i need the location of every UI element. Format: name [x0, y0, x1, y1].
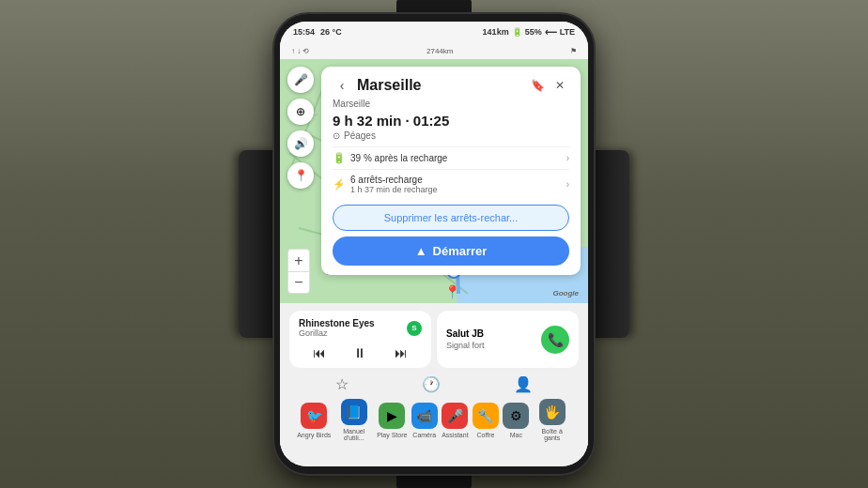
battery-row-left: 🔋 39 % après la recharge — [333, 152, 447, 164]
stops-row-sublabel: 1 h 37 min de recharge — [350, 185, 438, 194]
stops-row-text: 6 arrêts-recharge 1 h 37 min de recharge — [350, 175, 438, 194]
coffre-label: Coffre — [476, 432, 494, 438]
phone-mount: 15:54 26 °C 141km 🔋 55% ⟵ LTE ↑ ↓ ⟲ 2744… — [274, 14, 594, 474]
map-left-icons: 🎤 ⊕ 🔊 📍 — [287, 67, 314, 189]
nav-arrows: ⟵ — [545, 27, 557, 37]
clock-icon[interactable]: 🕐 — [422, 375, 441, 393]
info-card-header: ‹ Marseille 🔖 ✕ — [333, 76, 569, 95]
angry-birds-action[interactable]: 🐦 Angry Birds — [297, 403, 331, 438]
angry-birds-label: Angry Birds — [297, 432, 331, 438]
network-lte: LTE — [560, 27, 575, 37]
stops-row-label: 6 arrêts-recharge — [350, 175, 438, 185]
secondary-actions-row: ☆ 🕐 👤 — [280, 374, 588, 395]
top-info-bar: ↑ ↓ ⟲ 2744km ⚑ — [280, 42, 588, 59]
angry-birds-icon: 🐦 — [301, 403, 327, 429]
back-button[interactable]: ‹ — [333, 76, 351, 95]
zoom-in-button[interactable]: + — [287, 249, 310, 271]
battery-row-icon: 🔋 — [333, 152, 346, 164]
nav-arrow-icon: ↑ ↓ ⟲ — [291, 47, 309, 55]
camera-action[interactable]: 📹 Caméra — [411, 403, 438, 438]
stops-info-row[interactable]: ⚡ 6 arrêts-recharge 1 h 37 min de rechar… — [333, 169, 569, 199]
call-button[interactable]: 📞 — [541, 326, 569, 354]
battery-icon: 🔋 — [512, 27, 522, 37]
play-store-label: Play Store — [377, 432, 407, 438]
book-icon: 📘 — [341, 399, 367, 425]
start-label: Démarrer — [433, 244, 488, 258]
book-label: Manuel d'utili... — [335, 428, 373, 441]
volume-icon[interactable]: 🔊 — [287, 130, 314, 157]
google-watermark: Google — [552, 289, 579, 297]
flag-icon: ⚑ — [570, 47, 577, 55]
stops-row-icon: ⚡ — [333, 178, 346, 191]
bottom-area: Rhinestone Eyes Gorillaz S ⏮ ⏸ ⏭ — [280, 303, 588, 466]
battery-row-label: 39 % après la recharge — [350, 153, 447, 163]
status-right: 141km 🔋 55% ⟵ LTE — [483, 27, 575, 37]
call-card: Salut JB Signal fort 📞 — [437, 311, 579, 368]
status-time: 15:54 — [293, 27, 315, 37]
status-temp: 26 °C — [320, 27, 342, 37]
book-action[interactable]: 📘 Manuel d'utili... — [335, 399, 373, 441]
mac-action[interactable]: ⚙ Mac — [503, 403, 529, 438]
camera-icon: 📹 — [411, 403, 438, 429]
route-duration: 9 h 32 min · 01:25 — [333, 113, 569, 129]
media-info: Rhinestone Eyes Gorillaz — [299, 318, 375, 338]
media-title: Rhinestone Eyes — [299, 318, 375, 328]
info-card: ‹ Marseille 🔖 ✕ Marseille 9 h 32 min · 0… — [321, 67, 581, 275]
location-icon[interactable]: 📍 — [287, 162, 314, 189]
zoom-out-button[interactable]: − — [287, 271, 310, 294]
status-left: 15:54 26 °C — [293, 27, 342, 37]
stops-row-arrow: › — [566, 179, 569, 190]
call-status: Signal fort — [446, 341, 485, 350]
start-navigation-button[interactable]: ▲ Démarrer — [333, 236, 569, 266]
status-distance-left: 141km — [483, 27, 509, 37]
next-button[interactable]: ⏭ — [395, 345, 408, 360]
card-header-icons: 🔖 ✕ — [528, 76, 569, 95]
play-pause-button[interactable]: ⏸ — [353, 345, 366, 360]
person-icon[interactable]: 👤 — [514, 375, 533, 393]
play-store-icon: ▶ — [379, 403, 405, 429]
microphone-icon[interactable]: 🎤 — [287, 67, 314, 93]
spotify-icon: S — [407, 321, 422, 336]
call-name: Salut JB — [446, 328, 485, 339]
phone-frame: 15:54 26 °C 141km 🔋 55% ⟵ LTE ↑ ↓ ⟲ 2744… — [274, 14, 594, 474]
prev-button[interactable]: ⏮ — [313, 345, 326, 360]
play-store-action[interactable]: ▶ Play Store — [377, 403, 407, 438]
mount-right-clip — [590, 150, 629, 338]
assistant-icon: 🎤 — [442, 403, 468, 429]
destination-pin: 📍 — [444, 284, 460, 299]
status-bar: 15:54 26 °C 141km 🔋 55% ⟵ LTE — [280, 22, 588, 42]
camera-label: Caméra — [412, 432, 436, 438]
stops-row-left: ⚡ 6 arrêts-recharge 1 h 37 min de rechar… — [333, 175, 438, 194]
mac-icon: ⚙ — [503, 403, 529, 429]
start-icon: ▲ — [415, 244, 427, 258]
gants-action[interactable]: 🖐 Boîte à gants — [534, 399, 571, 441]
layers-icon[interactable]: ⊕ — [287, 99, 314, 125]
quick-actions-row: 🐦 Angry Birds 📘 Manuel d'utili... ▶ Play… — [280, 395, 588, 445]
star-icon[interactable]: ☆ — [335, 375, 349, 393]
tolls-label: ⊙ Péages — [333, 130, 569, 141]
destination-name: Marseille — [357, 77, 522, 94]
battery-row-arrow: › — [566, 153, 569, 163]
battery-percent: 55% — [525, 27, 542, 37]
bookmark-button[interactable]: 🔖 — [528, 76, 547, 95]
gants-label: Boîte à gants — [534, 428, 571, 441]
assistant-label: Assistant — [442, 432, 468, 438]
close-button[interactable]: ✕ — [550, 76, 569, 95]
media-card: Rhinestone Eyes Gorillaz S ⏮ ⏸ ⏭ — [289, 311, 431, 368]
media-card-top: Rhinestone Eyes Gorillaz S — [299, 318, 422, 338]
assistant-action[interactable]: 🎤 Assistant — [442, 403, 468, 438]
total-distance: 2744km — [426, 47, 453, 55]
coffre-icon: 🔧 — [473, 403, 499, 429]
coffre-action[interactable]: 🔧 Coffre — [473, 403, 499, 438]
gants-icon: 🖐 — [539, 399, 566, 425]
mount-left-clip — [239, 150, 278, 338]
battery-info-row[interactable]: 🔋 39 % après la recharge › — [333, 146, 569, 169]
toll-icon: ⊙ — [333, 130, 340, 141]
media-artist: Gorillaz — [299, 328, 375, 338]
cards-row: Rhinestone Eyes Gorillaz S ⏮ ⏸ ⏭ — [280, 303, 588, 374]
suppress-stops-button[interactable]: Supprimer les arrêts-rechar... — [333, 205, 569, 231]
zoom-controls: + − — [287, 249, 310, 294]
mac-label: Mac — [510, 432, 522, 438]
map-area[interactable]: France Andorre Luxemb... 21 min 1 — [280, 59, 588, 303]
media-controls: ⏮ ⏸ ⏭ — [299, 345, 422, 360]
